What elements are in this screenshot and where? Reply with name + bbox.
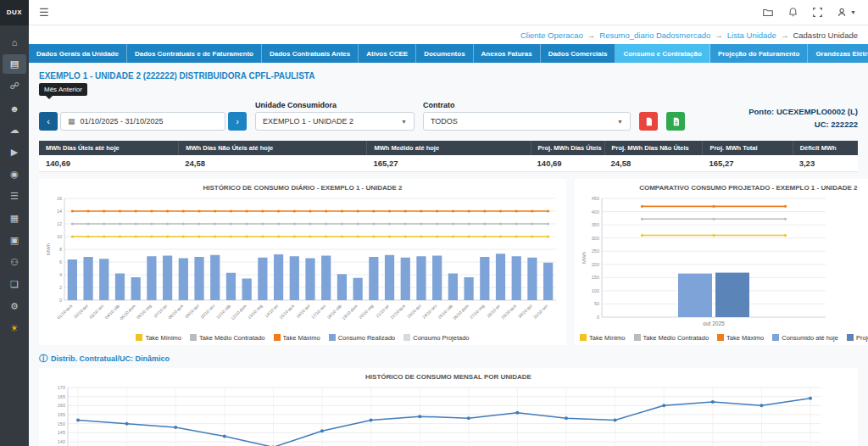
stat-label: MWh Dias Não Úteis até hoje — [178, 141, 366, 155]
svg-text:6: 6 — [59, 259, 62, 265]
tab-dados-comerciais[interactable]: Dados Comerciais — [541, 44, 616, 63]
legend-item-consumo-realizado[interactable]: Consumo Realizado — [329, 334, 396, 342]
list-icon[interactable]: ☰ — [3, 187, 26, 206]
chart-title: HISTÓRICO DE CONSUMO DIÁRIO - EXEMPLO 1 … — [44, 184, 561, 192]
tab-consumo-e-contrata-o[interactable]: Consumo e Contratação — [615, 44, 709, 63]
sidebar: ⌂▤☍☻☁▶◉☰▦▣⚇❏⚙☀ — [0, 25, 29, 446]
svg-text:0: 0 — [59, 298, 62, 303]
settings-gear-icon[interactable]: ⚙ — [3, 297, 26, 316]
svg-text:06/10 seg: 06/10 seg — [136, 303, 153, 320]
tab-dados-contratuais-antes[interactable]: Dados Contratuais Antes — [262, 44, 359, 63]
unidade-consumidora-select[interactable]: EXEMPLO 1 - UNIDADE 2 ▼ — [255, 112, 415, 131]
svg-text:200: 200 — [592, 262, 599, 267]
legend-item-take-m-nimo[interactable]: Take Mínimo — [580, 334, 626, 342]
svg-text:14/10 ter: 14/10 ter — [264, 303, 279, 318]
svg-text:17/10 sex: 17/10 sex — [310, 303, 327, 320]
legend-item-consumido-at-hoje[interactable]: Consumido até hoje — [772, 334, 838, 342]
legend-swatch — [772, 334, 779, 341]
breadcrumb-item[interactable]: Lista Unidade — [727, 31, 776, 40]
info-icon: ⓘ — [39, 353, 47, 365]
chart-title: HISTÓRICO DE CONSUMO MENSAL POR UNIDADE — [44, 373, 853, 381]
uc-label: UC: — [815, 120, 829, 129]
chevron-down-icon: ▼ — [617, 119, 623, 125]
tab-proje-o-do-faturamento[interactable]: Projeção do Faturamento — [710, 44, 808, 63]
user-icon[interactable]: ☻ — [3, 98, 26, 118]
svg-text:07/10 ter: 07/10 ter — [153, 303, 168, 318]
tab-documentos[interactable]: Documentos — [416, 44, 473, 63]
svg-text:29/10 qua: 29/10 qua — [500, 303, 517, 320]
svg-text:out 2025: out 2025 — [703, 321, 725, 326]
charts-row: HISTÓRICO DE CONSUMO DIÁRIO - EXEMPLO 1 … — [39, 179, 858, 345]
date-range-input[interactable]: ▦ 01/10/2025 - 31/10/2025 — [60, 112, 225, 131]
stat-label: MWh Medido até hoje — [366, 141, 530, 155]
svg-text:160: 160 — [58, 403, 65, 408]
date-range-value: 01/10/2025 - 31/10/2025 — [81, 117, 164, 125]
ponto-uc-info: Ponto: UCEXEMPLO0002 (L) UC: 222222 — [748, 105, 858, 131]
breadcrumb-item[interactable]: Cliente Operacao — [520, 31, 583, 40]
legend-item-projetado-para-o-m-s[interactable]: Projetado para o mês — [847, 334, 868, 342]
legend-item-take-m-ximo[interactable]: Take Máximo — [274, 334, 320, 342]
play-icon[interactable]: ▶ — [3, 142, 26, 162]
cloud-icon[interactable]: ☁ — [3, 120, 26, 140]
book-icon[interactable]: ❏ — [3, 275, 26, 294]
breadcrumb-item[interactable]: Resumo_diario Dadosmercado — [599, 31, 710, 40]
svg-text:140: 140 — [58, 439, 65, 444]
svg-text:150: 150 — [58, 421, 65, 426]
tab-grandezas-el-tricas[interactable]: Grandezas Elétricas — [808, 44, 868, 63]
stat-value: 24,58 — [178, 155, 366, 172]
menu-toggle-icon[interactable]: ☰ — [39, 6, 49, 19]
contrato-field: Contrato TODOS ▼ — [423, 101, 631, 131]
legend-item-consumo-projetado[interactable]: Consumo Projetado — [403, 334, 469, 342]
stat-value: 165,27 — [366, 155, 530, 172]
svg-text:10: 10 — [57, 234, 62, 239]
stat-label: Proj. MWh Total — [702, 141, 792, 155]
comparison-chart-legend: Take MínimoTake Médio ContratadoTake Máx… — [580, 334, 868, 342]
fullscreen-icon[interactable] — [812, 7, 823, 18]
lightbulb-icon[interactable]: ☀ — [3, 319, 26, 338]
next-month-button[interactable]: › — [228, 112, 247, 131]
home-icon[interactable]: ⌂ — [3, 32, 26, 52]
calendar-icon[interactable]: ▣ — [3, 231, 26, 250]
svg-text:09/10 qui: 09/10 qui — [184, 303, 200, 319]
tab-ativos-ccee[interactable]: Ativos CCEE — [359, 44, 416, 63]
legend-item-take-m-dio-contratado[interactable]: Take Médio Contratado — [190, 334, 265, 342]
legend-item-take-m-nimo[interactable]: Take Mínimo — [136, 334, 181, 342]
folder-icon[interactable] — [762, 7, 774, 19]
tab-dados-gerais-da-unidade[interactable]: Dados Gerais da Unidade — [29, 44, 127, 63]
table-icon[interactable]: ▦ — [3, 209, 26, 228]
tab-bar: Dados Gerais da UnidadeDados Contratuais… — [29, 44, 868, 63]
svg-text:26/10 dom: 26/10 dom — [452, 303, 470, 321]
daily-consumption-panel: HISTÓRICO DE CONSUMO DIÁRIO - EXEMPLO 1 … — [39, 179, 566, 345]
svg-text:10/10 sex: 10/10 sex — [199, 303, 216, 320]
svg-text:02/10 qui: 02/10 qui — [73, 303, 89, 319]
legend-item-take-m-ximo[interactable]: Take Máximo — [717, 334, 764, 342]
export-excel-button[interactable] — [666, 112, 685, 131]
breadcrumb-item: Cadastro Unidade — [793, 31, 858, 40]
prev-month-button[interactable]: ‹ — [39, 112, 58, 131]
svg-text:8: 8 — [59, 247, 62, 252]
legend-item-take-m-dio-contratado[interactable]: Take Médio Contratado — [634, 334, 709, 342]
svg-text:03/10 sex: 03/10 sex — [88, 303, 105, 320]
svg-text:155: 155 — [58, 412, 65, 417]
export-pdf-button[interactable] — [639, 112, 658, 131]
svg-text:0: 0 — [597, 315, 599, 320]
breadcrumb-separator: → — [715, 31, 723, 40]
id-card-icon[interactable]: ⚇ — [3, 253, 26, 272]
svg-text:50: 50 — [594, 301, 599, 306]
projected-comparison-chart: 050100150200250300350400450MWhout 2025 — [580, 193, 868, 332]
stat-value: 3,23 — [793, 155, 858, 172]
tab-dados-contratuais-e-de-faturamento[interactable]: Dados Contratuais e de Faturamento — [127, 44, 262, 63]
user-menu-icon[interactable]: ▼ — [837, 7, 856, 19]
contrato-select[interactable]: TODOS ▼ — [423, 112, 631, 131]
tab-anexos-faturas[interactable]: Anexos Faturas — [474, 44, 541, 63]
documents-icon[interactable]: ▤ — [3, 54, 26, 74]
notifications-bell-icon[interactable] — [787, 7, 798, 18]
app-logo[interactable]: DUX — [0, 0, 29, 25]
records-icon[interactable]: ◉ — [3, 164, 26, 184]
contrato-label: Contrato — [423, 101, 631, 109]
breadcrumb-separator: → — [587, 31, 596, 40]
svg-text:08/10 qua: 08/10 qua — [167, 303, 184, 320]
sitemap-icon[interactable]: ☍ — [3, 76, 26, 96]
svg-text:14: 14 — [57, 209, 62, 214]
svg-text:21/10 ter: 21/10 ter — [375, 303, 390, 318]
